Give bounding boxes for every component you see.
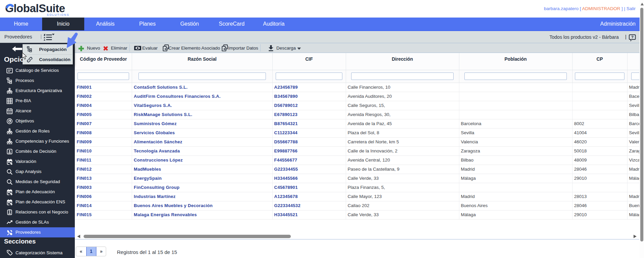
svg-text:?: ?: [631, 35, 634, 39]
